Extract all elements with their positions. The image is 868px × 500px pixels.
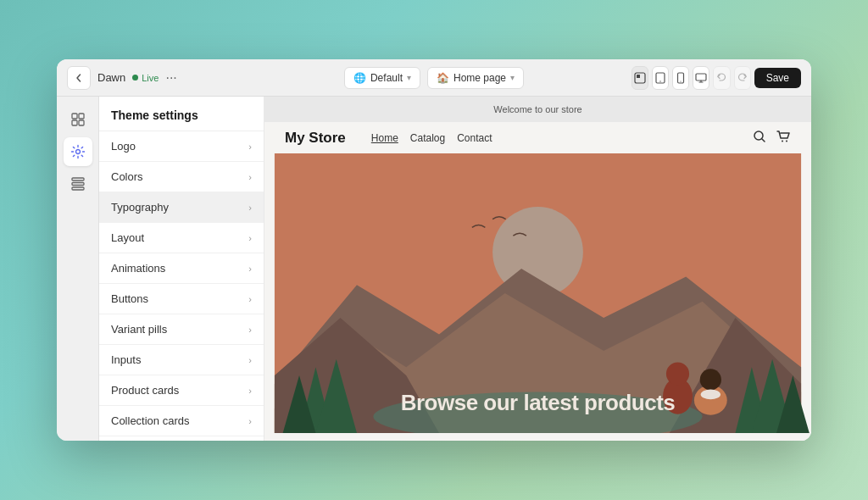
chevron-icon: › <box>248 294 252 304</box>
homepage-selector[interactable]: 🏠 Home page ▾ <box>427 67 524 89</box>
tablet-view-button[interactable] <box>652 66 669 90</box>
settings-item-colors[interactable]: Colors › <box>99 162 264 192</box>
default-selector[interactable]: 🌐 Default ▾ <box>344 67 420 89</box>
nav-home[interactable]: Home <box>371 132 398 144</box>
save-button[interactable]: Save <box>754 68 801 88</box>
titlebar-left: Dawn Live ··· <box>67 66 236 90</box>
redo-button[interactable] <box>734 66 751 90</box>
titlebar: Dawn Live ··· 🌐 Default ▾ 🏠 Home page ▾ <box>57 59 811 97</box>
home-icon: 🏠 <box>437 72 449 84</box>
settings-item-inputs[interactable]: Inputs › <box>99 345 264 375</box>
titlebar-center: 🌐 Default ▾ 🏠 Home page ▾ <box>243 67 625 89</box>
svg-point-5 <box>681 81 682 81</box>
svg-rect-10 <box>79 120 84 125</box>
chevron-icon: › <box>248 203 252 213</box>
settings-icon-button[interactable] <box>64 137 92 166</box>
svg-rect-14 <box>72 187 84 190</box>
settings-item-buttons[interactable]: Buttons › <box>99 284 264 314</box>
svg-rect-7 <box>72 114 77 119</box>
more-button[interactable]: ··· <box>165 70 176 86</box>
svg-point-32 <box>666 363 689 386</box>
chevron-down-icon: ▾ <box>407 73 411 82</box>
settings-item-collection-cards[interactable]: Collection cards › <box>99 406 264 436</box>
nav-catalog[interactable]: Catalog <box>410 132 445 144</box>
svg-rect-6 <box>696 74 706 81</box>
settings-item-layout[interactable]: Layout › <box>99 223 264 253</box>
store-name: Dawn <box>97 71 125 84</box>
chevron-icon: › <box>248 264 252 274</box>
hero-image: Browse our latest products <box>264 153 811 433</box>
chevron-icon: › <box>248 233 252 243</box>
store-content: My Store Home Catalog Contact <box>264 122 811 441</box>
nav-contact[interactable]: Contact <box>457 132 492 144</box>
settings-item-product-cards[interactable]: Product cards › <box>99 375 264 406</box>
settings-item-animations[interactable]: Animations › <box>99 253 264 284</box>
mobile-view-button[interactable] <box>672 66 689 90</box>
svg-rect-1 <box>637 75 640 78</box>
svg-rect-13 <box>72 183 84 186</box>
main-window: Dawn Live ··· 🌐 Default ▾ 🏠 Home page ▾ <box>57 59 811 441</box>
settings-panel-header: Theme settings <box>99 97 264 131</box>
svg-point-34 <box>700 369 721 390</box>
svg-point-3 <box>659 81 660 81</box>
nav-action-icons <box>752 129 791 147</box>
chevron-icon: › <box>248 142 252 152</box>
hero-text: Browse our latest products <box>401 390 676 416</box>
globe-icon: 🌐 <box>353 72 366 84</box>
nav-links: Home Catalog Contact <box>371 132 735 144</box>
sections-icon-button[interactable] <box>64 105 92 134</box>
chevron-down-icon: ▾ <box>510 73 515 82</box>
chevron-icon: › <box>248 416 252 426</box>
undo-button[interactable] <box>713 66 730 90</box>
store-navigation: My Store Home Catalog Contact <box>264 122 811 153</box>
svg-rect-0 <box>635 73 645 83</box>
titlebar-right: Save <box>632 66 801 90</box>
svg-rect-9 <box>72 120 77 125</box>
back-button[interactable] <box>67 66 91 90</box>
chevron-icon: › <box>248 355 252 365</box>
svg-rect-12 <box>72 178 84 181</box>
settings-item-logo[interactable]: Logo › <box>99 131 264 162</box>
chevron-icon: › <box>248 325 252 335</box>
live-dot <box>132 75 138 81</box>
live-badge: Live <box>132 73 159 83</box>
settings-panel: Theme settings Logo › Colors › Typograph… <box>99 97 264 441</box>
settings-item-blog-cards[interactable]: Blog cards › <box>99 436 264 441</box>
settings-item-typography[interactable]: Typography › <box>99 192 264 223</box>
main-content: Theme settings Logo › Colors › Typograph… <box>57 97 811 441</box>
highlight-toggle-button[interactable] <box>632 66 648 90</box>
svg-rect-8 <box>79 114 84 119</box>
announcement-bar: Welcome to our store <box>264 97 811 122</box>
search-icon[interactable] <box>752 129 767 147</box>
apps-icon-button[interactable] <box>64 169 92 198</box>
svg-point-17 <box>786 141 787 142</box>
settings-item-variant-pills[interactable]: Variant pills › <box>99 314 264 345</box>
desktop-view-button[interactable] <box>693 66 709 90</box>
chevron-icon: › <box>248 172 252 182</box>
sidebar-icon-rail <box>57 97 99 441</box>
svg-point-35 <box>701 390 721 400</box>
svg-point-16 <box>782 141 783 142</box>
svg-point-11 <box>75 150 80 154</box>
cart-icon[interactable] <box>776 129 791 147</box>
chevron-icon: › <box>248 386 252 396</box>
store-logo: My Store <box>285 130 346 147</box>
store-preview: Welcome to our store My Store Home Catal… <box>264 97 811 441</box>
